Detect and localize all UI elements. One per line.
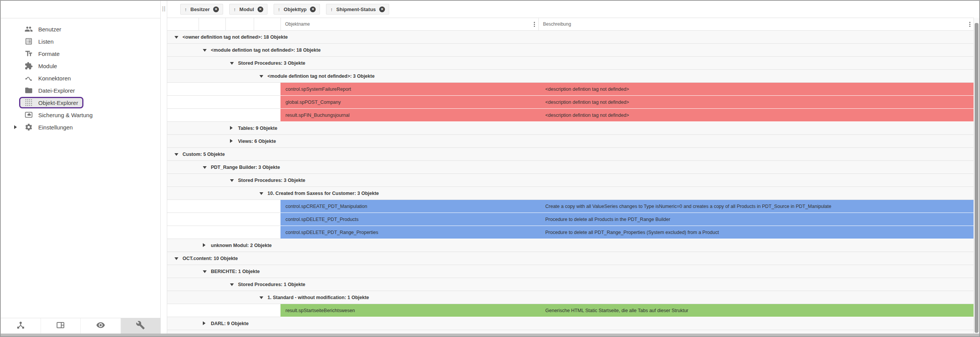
sidebar-item-datei-explorer[interactable]: Datei-Explorer [1,84,160,97]
filter-chip-shipment-status[interactable]: ↑Shipment-Status✕ [326,4,389,15]
sidebar: BenutzerListenFormateModuleKonnektorenDa… [1,1,160,334]
collapse-arrow-icon[interactable] [174,257,178,260]
vertical-scrollbar[interactable] [973,18,979,334]
collapse-arrow-icon[interactable] [174,153,178,156]
tree-group-row[interactable]: unknown Modul: 2 Objekte [167,239,974,252]
collapse-arrow-icon[interactable] [230,62,234,65]
folder-icon [24,86,33,95]
object-name: control.spCREATE_PDT_Manipulation [285,204,367,209]
sidebar-item-benutzer[interactable]: Benutzer [1,23,160,35]
tree-group-label: Stored Procedures: 3 Objekte [238,61,305,66]
tree-group-row[interactable]: BERICHTE: 1 Objekte [167,265,974,278]
sidebar-item-einstellungen[interactable]: Einstellungen [1,121,160,133]
chevron-right-icon[interactable] [14,125,17,129]
tree-group-label: <module defintion tag not definded>: 18 … [211,47,321,53]
object-row-bar[interactable]: result.spFIN_Buchungsjournal<description… [280,109,974,121]
sidebar-item-label: Datei-Explorer [38,87,75,94]
sidebar-item-objekt-explorer[interactable]: Objekt-Explorer [1,97,160,109]
object-row-bar[interactable]: control.spDELETE_PDT_Range_PropertiesPro… [280,226,974,239]
expand-arrow-icon[interactable] [203,321,205,325]
collapse-arrow-icon[interactable] [203,49,207,52]
collapse-arrow-icon[interactable] [259,192,263,195]
tree-group-row[interactable]: Views: 6 Objekte [167,135,974,148]
filter-chip-label: Modul [240,7,254,12]
expand-arrow-slot [1,47,19,60]
collapse-arrow-icon[interactable] [259,75,263,78]
sidebar-item-konnektoren[interactable]: Konnektoren [1,72,160,84]
tree-object-row[interactable]: result.spFIN_Buchungsjournal<description… [167,109,974,122]
tree-group-row[interactable]: DARL: 9 Objekte [167,317,974,330]
row-indent-spacer [167,226,280,239]
object-row-bar[interactable]: control.spCREATE_PDT_ManipulationCreate … [280,200,974,213]
sidebar-splitter[interactable]: || [160,1,167,334]
hierarchy-view-button[interactable] [1,318,41,334]
tree-group-row[interactable]: Custom: 5 Objekte [167,148,974,161]
collapse-arrow-icon[interactable] [230,283,234,286]
tree-group-row[interactable]: 1. Standard - without modification: 1 Ob… [167,291,974,304]
eye-icon [96,321,105,331]
collapse-arrow-icon[interactable] [203,166,207,169]
wrench-view-button[interactable] [121,318,161,334]
sidebar-item-label: Formate [38,51,60,57]
tree-object-row[interactable]: control.spCREATE_PDT_ManipulationCreate … [167,200,974,213]
row-indent-spacer [167,96,280,109]
tree-object-row[interactable]: control.spSystemFailureReport<descriptio… [167,83,974,96]
expand-arrow-icon[interactable] [203,243,205,247]
tree-group-row[interactable]: Stored Procedures: 1 Objekte [167,278,974,291]
collapse-arrow-icon[interactable] [259,296,263,299]
sidebar-item-sicherung-wartung[interactable]: Sicherung & Wartung [1,109,160,121]
sort-ascending-icon: ↑ [233,7,236,12]
header-col-objektname: Objektname [280,18,539,30]
sidebar-item-pill: Listen [19,36,59,47]
tree-object-row[interactable]: control.spDELETE_PDT_Range_PropertiesPro… [167,226,974,239]
tree-group-row[interactable]: OCT.content: 10 Objekte [167,252,974,265]
tree-group-row[interactable]: <module defintion tag not definded>: 18 … [167,44,974,57]
column-menu-icon[interactable] [969,24,970,25]
tree-group-row[interactable]: Tables: 9 Objekte [167,122,974,135]
tree-object-row[interactable]: global.spPOST_Company<description defint… [167,96,974,109]
filter-chip-besitzer[interactable]: ↑Besitzer✕ [180,4,223,15]
tree-group-label: DARL: 9 Objekte [211,321,249,326]
object-row-bar[interactable]: control.spSystemFailureReport<descriptio… [280,83,974,95]
tree-group-row[interactable]: Stored Procedures: 3 Objekte [167,57,974,70]
object-row-bar[interactable]: global.spPOST_Company<description defint… [280,96,974,108]
tree-object-row[interactable]: result.spStartseiteBerichtswesenGenerisc… [167,304,974,317]
sidebar-item-listen[interactable]: Listen [1,35,160,47]
collapse-arrow-icon[interactable] [230,179,234,182]
object-row-bar[interactable]: result.spStartseiteBerichtswesenGenerisc… [280,304,974,317]
tree-group-row[interactable]: PDT_Range Builder: 3 Objekte [167,161,974,174]
chip-remove-icon[interactable]: ✕ [213,7,219,12]
tree-group-row[interactable]: <module defintion tag not definded>: 3 O… [167,70,974,83]
tree-object-row[interactable]: control.spDELETE_PDT_ProductsProcedure t… [167,213,974,226]
filter-chip-objekttyp[interactable]: ↑Objekttyp✕ [274,4,320,15]
column-menu-icon[interactable] [534,24,535,25]
object-name: control.spSystemFailureReport [285,87,351,92]
tree-group-row[interactable]: Stored Procedures: 3 Objekte [167,174,974,187]
filter-chips-bar: ↑Besitzer✕↑Modul✕↑Objekttyp✕↑Shipment-St… [167,1,974,18]
sidebar-item-label: Benutzer [38,26,61,33]
eye-view-button[interactable] [80,318,121,334]
collapse-arrow-icon[interactable] [203,270,207,273]
sidebar-item-module[interactable]: Module [1,60,160,72]
tree-group-row[interactable]: <owner definition tag not defined>: 18 O… [167,31,974,44]
chip-remove-icon[interactable]: ✕ [258,7,263,12]
expand-arrow-icon[interactable] [230,139,233,143]
object-description: Generische HTML Static Startseite, die a… [545,308,688,313]
sidebar-item-formate[interactable]: Formate [1,47,160,60]
filter-chip-label: Shipment-Status [336,7,376,12]
object-row-bar[interactable]: control.spDELETE_PDT_ProductsProcedure t… [280,213,974,226]
collapse-arrow-icon[interactable] [174,36,178,39]
scrollbar-thumb[interactable] [975,23,978,333]
filter-chip-modul[interactable]: ↑Modul✕ [229,4,267,15]
sidebar-item-label: Objekt-Explorer [38,100,78,106]
tree-group-row[interactable]: OCT.core: 201 Objekte [167,330,974,334]
chip-remove-icon[interactable]: ✕ [379,7,385,12]
layout-view-button[interactable] [41,318,81,334]
chip-remove-icon[interactable]: ✕ [310,7,316,12]
tree-group-row[interactable]: 10. Created from Saxess for Customer: 3 … [167,187,974,200]
expand-arrow-icon[interactable] [230,126,233,130]
splitter-handle-icon[interactable]: || [161,5,167,11]
sidebar-item-label: Sicherung & Wartung [38,112,93,118]
object-name: control.spDELETE_PDT_Products [285,217,359,222]
sidebar-nav: BenutzerListenFormateModuleKonnektorenDa… [1,18,160,133]
